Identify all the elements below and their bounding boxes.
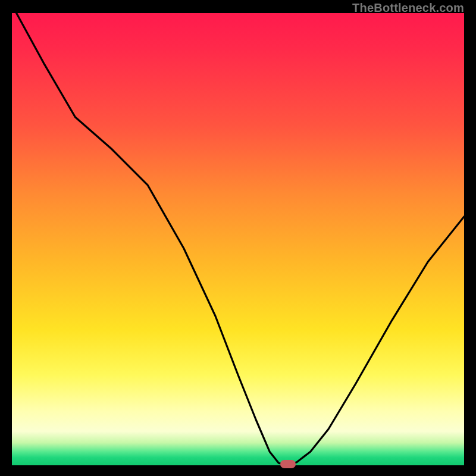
optimum-marker xyxy=(280,460,296,468)
plot-area xyxy=(12,13,464,465)
chart-frame: TheBottleneck.com xyxy=(0,0,476,476)
watermark-text: TheBottleneck.com xyxy=(352,1,464,15)
bottleneck-curve xyxy=(12,13,464,465)
